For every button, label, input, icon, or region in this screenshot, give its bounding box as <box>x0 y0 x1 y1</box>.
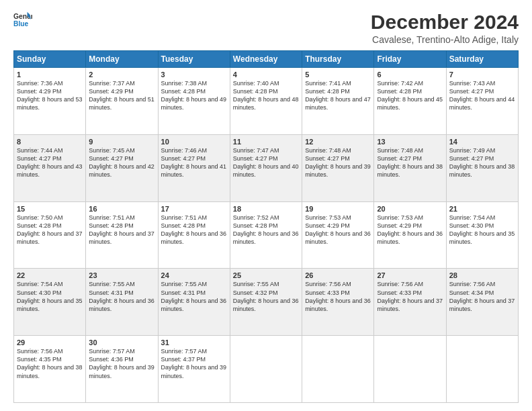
weekday-header: Saturday <box>446 51 518 68</box>
calendar-day-cell: 6Sunrise: 7:42 AMSunset: 4:28 PMDaylight… <box>374 68 446 135</box>
day-number: 18 <box>233 205 299 213</box>
day-info: Sunrise: 7:46 AMSunset: 4:27 PMDaylight:… <box>161 147 227 178</box>
day-info: Sunrise: 7:44 AMSunset: 4:27 PMDaylight:… <box>17 147 83 178</box>
page: General Blue December 2024 Cavalese, Tre… <box>0 0 532 411</box>
calendar-day-cell: 8Sunrise: 7:44 AMSunset: 4:27 PMDaylight… <box>14 134 86 201</box>
day-number: 15 <box>17 205 83 213</box>
calendar-table: SundayMondayTuesdayWednesdayThursdayFrid… <box>13 50 519 403</box>
calendar-day-cell: 11Sunrise: 7:47 AMSunset: 4:27 PMDayligh… <box>230 134 302 201</box>
day-info: Sunrise: 7:54 AMSunset: 4:30 PMDaylight:… <box>449 214 515 245</box>
day-info: Sunrise: 7:38 AMSunset: 4:28 PMDaylight:… <box>161 80 227 111</box>
day-number: 16 <box>89 205 154 213</box>
day-number: 23 <box>89 271 154 279</box>
day-number: 11 <box>233 138 299 146</box>
calendar-day-cell: 23Sunrise: 7:55 AMSunset: 4:31 PMDayligh… <box>86 269 158 336</box>
logo-icon: General Blue <box>13 11 32 30</box>
day-number: 12 <box>305 138 371 146</box>
day-number: 22 <box>17 271 83 279</box>
day-number: 14 <box>449 138 515 146</box>
day-number: 6 <box>377 71 443 79</box>
svg-text:Blue: Blue <box>13 20 29 28</box>
weekday-header: Monday <box>86 51 158 68</box>
subtitle: Cavalese, Trentino-Alto Adige, Italy <box>371 34 519 45</box>
calendar-day-cell: 21Sunrise: 7:54 AMSunset: 4:30 PMDayligh… <box>446 201 518 269</box>
logo: General Blue <box>13 11 32 30</box>
day-info: Sunrise: 7:54 AMSunset: 4:30 PMDaylight:… <box>17 281 83 312</box>
day-info: Sunrise: 7:55 AMSunset: 4:31 PMDaylight:… <box>161 281 227 312</box>
day-info: Sunrise: 7:49 AMSunset: 4:27 PMDaylight:… <box>449 147 515 178</box>
day-number: 30 <box>89 338 154 347</box>
header: General Blue December 2024 Cavalese, Tre… <box>13 11 519 45</box>
day-number: 9 <box>89 138 154 146</box>
day-number: 27 <box>377 271 443 279</box>
calendar-day-cell: 12Sunrise: 7:48 AMSunset: 4:27 PMDayligh… <box>302 134 374 201</box>
calendar-week-row: 8Sunrise: 7:44 AMSunset: 4:27 PMDaylight… <box>14 134 519 201</box>
calendar-day-cell: 17Sunrise: 7:51 AMSunset: 4:28 PMDayligh… <box>158 201 230 269</box>
calendar-day-cell <box>446 336 518 403</box>
day-info: Sunrise: 7:56 AMSunset: 4:33 PMDaylight:… <box>305 281 371 312</box>
weekday-header: Thursday <box>302 51 374 68</box>
day-number: 26 <box>305 271 371 279</box>
calendar-day-cell: 30Sunrise: 7:57 AMSunset: 4:36 PMDayligh… <box>86 336 158 403</box>
calendar-header-row: SundayMondayTuesdayWednesdayThursdayFrid… <box>14 51 519 68</box>
calendar-day-cell: 3Sunrise: 7:38 AMSunset: 4:28 PMDaylight… <box>158 68 230 135</box>
calendar-day-cell <box>374 336 446 403</box>
weekday-header: Tuesday <box>158 51 230 68</box>
calendar-day-cell: 1Sunrise: 7:36 AMSunset: 4:29 PMDaylight… <box>14 68 86 135</box>
calendar-day-cell: 13Sunrise: 7:48 AMSunset: 4:27 PMDayligh… <box>374 134 446 201</box>
day-number: 31 <box>161 338 227 347</box>
day-info: Sunrise: 7:41 AMSunset: 4:28 PMDaylight:… <box>305 80 371 111</box>
day-info: Sunrise: 7:56 AMSunset: 4:34 PMDaylight:… <box>449 281 515 312</box>
calendar-day-cell: 15Sunrise: 7:50 AMSunset: 4:28 PMDayligh… <box>14 201 86 269</box>
calendar-day-cell: 19Sunrise: 7:53 AMSunset: 4:29 PMDayligh… <box>302 201 374 269</box>
day-number: 5 <box>305 71 371 79</box>
calendar-day-cell: 16Sunrise: 7:51 AMSunset: 4:28 PMDayligh… <box>86 201 158 269</box>
day-info: Sunrise: 7:56 AMSunset: 4:35 PMDaylight:… <box>17 348 83 379</box>
calendar-day-cell: 18Sunrise: 7:52 AMSunset: 4:28 PMDayligh… <box>230 201 302 269</box>
day-info: Sunrise: 7:37 AMSunset: 4:29 PMDaylight:… <box>89 80 154 111</box>
day-info: Sunrise: 7:51 AMSunset: 4:28 PMDaylight:… <box>89 214 154 245</box>
weekday-header: Sunday <box>14 51 86 68</box>
day-number: 25 <box>233 271 299 279</box>
calendar-day-cell: 14Sunrise: 7:49 AMSunset: 4:27 PMDayligh… <box>446 134 518 201</box>
calendar-day-cell: 26Sunrise: 7:56 AMSunset: 4:33 PMDayligh… <box>302 269 374 336</box>
day-number: 1 <box>17 71 83 79</box>
day-number: 28 <box>449 271 515 279</box>
day-info: Sunrise: 7:53 AMSunset: 4:29 PMDaylight:… <box>377 214 443 245</box>
day-number: 20 <box>377 205 443 213</box>
calendar-week-row: 1Sunrise: 7:36 AMSunset: 4:29 PMDaylight… <box>14 68 519 135</box>
day-number: 8 <box>17 138 83 146</box>
day-number: 19 <box>305 205 371 213</box>
day-number: 29 <box>17 338 83 347</box>
day-info: Sunrise: 7:36 AMSunset: 4:29 PMDaylight:… <box>17 80 83 111</box>
day-info: Sunrise: 7:45 AMSunset: 4:27 PMDaylight:… <box>89 147 154 178</box>
calendar-day-cell: 31Sunrise: 7:57 AMSunset: 4:37 PMDayligh… <box>158 336 230 403</box>
day-info: Sunrise: 7:52 AMSunset: 4:28 PMDaylight:… <box>233 214 299 245</box>
calendar-day-cell: 28Sunrise: 7:56 AMSunset: 4:34 PMDayligh… <box>446 269 518 336</box>
calendar-day-cell: 27Sunrise: 7:56 AMSunset: 4:33 PMDayligh… <box>374 269 446 336</box>
day-number: 13 <box>377 138 443 146</box>
day-number: 4 <box>233 71 299 79</box>
day-number: 21 <box>449 205 515 213</box>
day-info: Sunrise: 7:43 AMSunset: 4:27 PMDaylight:… <box>449 80 515 111</box>
calendar-week-row: 22Sunrise: 7:54 AMSunset: 4:30 PMDayligh… <box>14 269 519 336</box>
calendar-day-cell <box>230 336 302 403</box>
calendar-week-row: 29Sunrise: 7:56 AMSunset: 4:35 PMDayligh… <box>14 336 519 403</box>
day-number: 3 <box>161 71 227 79</box>
calendar-day-cell: 10Sunrise: 7:46 AMSunset: 4:27 PMDayligh… <box>158 134 230 201</box>
calendar-day-cell: 5Sunrise: 7:41 AMSunset: 4:28 PMDaylight… <box>302 68 374 135</box>
calendar-day-cell <box>302 336 374 403</box>
day-info: Sunrise: 7:57 AMSunset: 4:37 PMDaylight:… <box>161 348 227 379</box>
day-info: Sunrise: 7:42 AMSunset: 4:28 PMDaylight:… <box>377 80 443 111</box>
title-area: December 2024 Cavalese, Trentino-Alto Ad… <box>371 11 519 45</box>
day-info: Sunrise: 7:48 AMSunset: 4:27 PMDaylight:… <box>305 147 371 178</box>
calendar-day-cell: 9Sunrise: 7:45 AMSunset: 4:27 PMDaylight… <box>86 134 158 201</box>
weekday-header: Wednesday <box>230 51 302 68</box>
day-info: Sunrise: 7:40 AMSunset: 4:28 PMDaylight:… <box>233 80 299 111</box>
main-title: December 2024 <box>371 11 519 33</box>
day-number: 10 <box>161 138 227 146</box>
day-info: Sunrise: 7:55 AMSunset: 4:31 PMDaylight:… <box>89 281 154 312</box>
weekday-header: Friday <box>374 51 446 68</box>
calendar-day-cell: 22Sunrise: 7:54 AMSunset: 4:30 PMDayligh… <box>14 269 86 336</box>
day-info: Sunrise: 7:51 AMSunset: 4:28 PMDaylight:… <box>161 214 227 245</box>
